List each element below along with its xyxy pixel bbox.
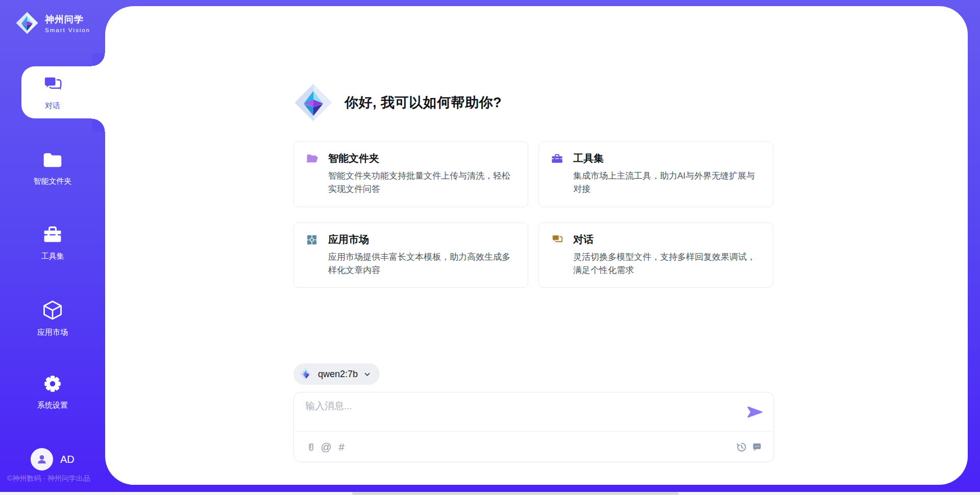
card-title: 应用市场 — [328, 233, 516, 246]
card-toolbox[interactable]: 工具集 集成市场上主流工具，助力AI与外界无缝扩展与对接 — [538, 141, 773, 207]
toolbox-icon — [551, 152, 564, 196]
card-title: 智能文件夹 — [328, 152, 516, 165]
hash-icon[interactable]: # — [334, 439, 349, 455]
gear-icon — [42, 373, 63, 394]
card-smart-folder[interactable]: 智能文件夹 智能文件夹功能支持批量文件上传与清洗，轻松实现文件问答 — [293, 141, 528, 207]
card-description: 集成市场上主流工具，助力AI与外界无缝扩展与对接 — [573, 169, 761, 196]
sidebar-item-label: 智能文件夹 — [0, 177, 105, 186]
main-content: 你好, 我可以如何帮助你? 智能文件夹 智能文件夹功能支持批量文件上传与清洗，轻… — [105, 6, 968, 485]
attachment-icon[interactable] — [303, 439, 318, 455]
chevron-down-icon — [363, 370, 372, 379]
sidebar-item-label: 应用市场 — [0, 328, 105, 337]
greeting-title: 你好, 我可以如何帮助你? — [345, 93, 502, 112]
card-title: 工具集 — [573, 152, 761, 165]
model-name: qwen2:7b — [318, 369, 358, 380]
user-name: AD — [60, 454, 75, 465]
chat-icon — [42, 75, 63, 95]
card-title: 对话 — [573, 233, 761, 246]
sidebar-item-label: 对话 — [0, 101, 105, 111]
brand-logo-icon — [15, 11, 39, 35]
sidebar: 神州问学 Smart Vision 对话 智能文件夹 工具集 — [0, 0, 105, 495]
history-icon[interactable] — [734, 439, 749, 455]
card-description: 灵活切换多模型文件，支持多样回复效果调试，满足个性化需求 — [573, 251, 761, 278]
message-composer: @ # — [293, 392, 774, 462]
brand-name: 神州问学 — [45, 13, 90, 26]
brand-subtitle: Smart Vision — [45, 27, 90, 33]
avatar — [31, 448, 53, 471]
sidebar-item-settings[interactable]: 系统设置 — [0, 373, 105, 410]
sidebar-item-smart-folder[interactable]: 智能文件夹 — [0, 150, 105, 186]
user-avatar-icon — [35, 453, 48, 466]
send-button[interactable] — [747, 406, 763, 420]
card-description: 智能文件夹功能支持批量文件上传与清洗，轻松实现文件问答 — [328, 169, 516, 196]
scrollbar-thumb[interactable] — [352, 492, 679, 495]
greeting: 你好, 我可以如何帮助你? — [293, 83, 502, 122]
composer-toolbar: @ # — [303, 432, 765, 462]
send-icon — [747, 406, 763, 418]
brand: 神州问学 Smart Vision — [15, 11, 90, 35]
open-folder-icon — [306, 152, 318, 196]
sidebar-item-app-market[interactable]: 应用市场 — [0, 299, 105, 337]
feedback-icon[interactable] — [749, 439, 765, 455]
user-account[interactable]: AD — [31, 448, 75, 471]
sidebar-item-label: 系统设置 — [0, 401, 105, 410]
shortcut-cards: 智能文件夹 智能文件夹功能支持批量文件上传与清洗，轻松实现文件问答 工具集 集成… — [293, 141, 773, 288]
card-app-market[interactable]: 应用市场 应用市场提供丰富长文本模板，助力高效生成多样化文章内容 — [293, 222, 528, 288]
horizontal-scrollbar[interactable] — [0, 492, 980, 495]
model-logo-icon — [300, 367, 313, 381]
sidebar-item-chat[interactable]: 对话 — [0, 75, 105, 111]
model-selector[interactable]: qwen2:7b — [293, 363, 380, 385]
card-description: 应用市场提供丰富长文本模板，助力高效生成多样化文章内容 — [328, 251, 516, 278]
greeting-logo-icon — [293, 83, 333, 122]
chat-icon — [551, 233, 564, 278]
cube-icon — [41, 299, 64, 321]
message-input[interactable] — [305, 401, 714, 412]
sidebar-item-label: 工具集 — [0, 252, 105, 261]
folder-icon — [41, 150, 64, 170]
toolbox-icon — [41, 224, 64, 245]
mention-icon[interactable]: @ — [318, 439, 334, 455]
sidebar-item-toolbox[interactable]: 工具集 — [0, 224, 105, 261]
app-grid-icon — [306, 233, 318, 278]
card-chat[interactable]: 对话 灵活切换多模型文件，支持多样回复效果调试，满足个性化需求 — [538, 222, 773, 288]
copyright-footer: ©神州数码 · 神州问学出品 — [7, 474, 90, 483]
